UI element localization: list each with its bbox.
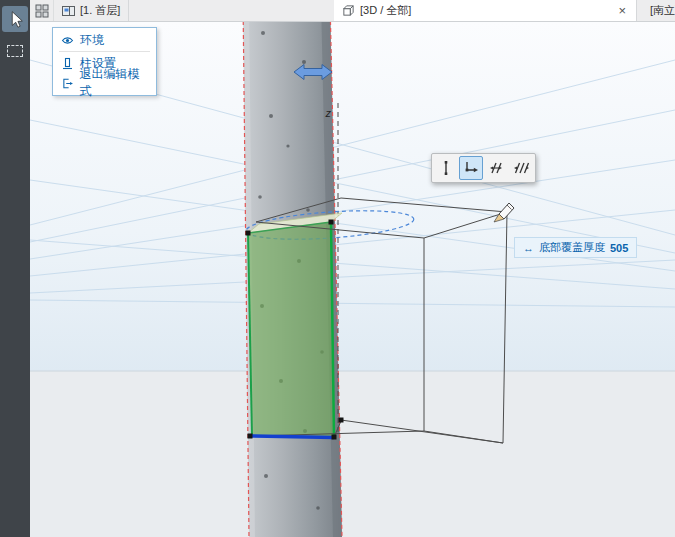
tab-label: [1. 首层] [80,3,120,18]
elbow-stretch-icon [462,159,480,177]
resize-arrow-icon: ↔ [523,242,534,254]
arrow-select-tool-button[interactable] [2,6,28,32]
tooltip-label: 底部覆盖厚度 [539,240,605,255]
tab-label: [3D / 全部] [360,3,411,18]
cursor-arrow-icon [5,9,25,29]
tab-bar: [1. 首层] [3D / 全部] × [南立面 [30,0,675,22]
pet-palette [431,153,536,183]
tab-3d-all[interactable]: [3D / 全部] × [334,0,637,21]
pet-option-skew-all-stretch[interactable] [509,156,533,180]
thickness-tooltip: ↔ 底部覆盖厚度 505 [514,237,637,258]
eye-icon [61,34,74,47]
exit-icon [61,77,73,90]
tab-first-floor[interactable]: [1. 首层] [54,0,129,21]
bottom-edge-highlight[interactable] [250,436,334,438]
cube-3d-icon [342,4,355,17]
tab-south-elevation[interactable]: [南立面 [637,0,675,21]
pet-option-skew-stretch[interactable] [484,156,508,180]
menu-item-exit-edit-mode[interactable]: 退出编辑模式 [53,73,156,93]
tabbar-spacer [129,0,334,21]
green-selection-region[interactable] [248,222,334,437]
column-icon [61,57,74,70]
quad-view-button[interactable] [30,0,54,21]
tab-label: [南立面 [650,3,675,18]
menu-item-label: 退出编辑模式 [79,66,148,100]
tool-sidebar [0,0,30,537]
floor-plan-icon [62,5,75,17]
ground-plane [30,371,675,537]
skew-stretch-icon [487,159,505,177]
menu-separator [59,51,150,52]
pet-option-elbow-stretch[interactable] [459,156,483,180]
marquee-icon [7,45,23,57]
menu-item-environment[interactable]: 环境 [53,30,156,50]
pet-option-vertical-stretch[interactable] [434,156,458,180]
vertical-stretch-icon [437,159,455,177]
marquee-select-tool-button[interactable] [2,38,28,64]
tab-close-button[interactable]: × [616,4,628,17]
app-window: z [0,0,675,537]
quad-view-icon [35,4,49,18]
menu-item-label: 环境 [80,32,104,49]
skew-all-stretch-icon [512,159,530,177]
edit-context-menu: 环境 柱设置 退出编辑模式 [52,27,157,96]
tooltip-value: 505 [610,242,628,254]
z-axis-label: z [325,107,332,119]
